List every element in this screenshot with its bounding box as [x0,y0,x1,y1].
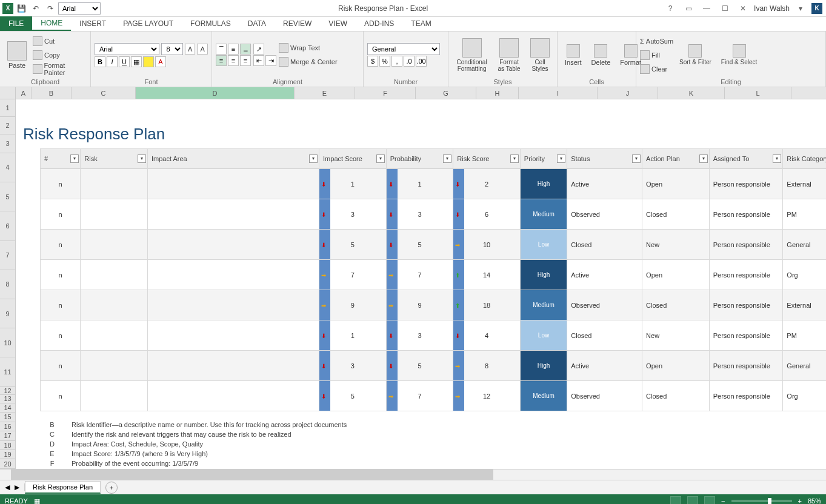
row-header[interactable]: 15 [0,413,16,422]
tab-formulas[interactable]: FORMULAS [182,16,239,31]
find-select-button[interactable]: Find & Select [718,33,761,77]
row-header[interactable]: 2 [0,117,16,134]
bold-button[interactable]: B [95,56,105,67]
tab-home[interactable]: HOME [32,16,71,31]
qat-font-combo[interactable]: Arial [58,2,101,15]
filter-icon[interactable]: ▾ [376,154,385,163]
cell-impact-area[interactable] [147,230,319,260]
cell-assigned[interactable]: Person responsible [709,290,783,320]
cell-risk-score[interactable]: ⬇2 [453,169,521,199]
cell-num[interactable]: n [41,169,81,199]
cell-assigned[interactable]: Person responsible [709,230,783,260]
format-as-table-button[interactable]: Format as Table [494,33,524,77]
cell-assigned[interactable]: Person responsible [709,169,783,199]
delete-cells-button[interactable]: Delete [588,33,615,77]
table-header[interactable]: Impact Area▾ [147,149,319,168]
cell-num[interactable]: n [41,199,81,230]
clear-button[interactable]: Clear [640,62,673,76]
ribbon-options-icon[interactable]: ▭ [681,2,696,15]
cell-category[interactable]: Org [783,381,826,411]
row-header[interactable]: 13 [0,395,16,403]
cell-risk[interactable] [81,230,148,260]
cell-impact-area[interactable] [147,199,319,230]
zoom-level[interactable]: 85% [808,497,821,504]
table-header[interactable]: Impact Score▾ [319,149,387,168]
zoom-out-icon[interactable]: − [721,497,725,504]
cell-assigned[interactable]: Person responsible [709,260,783,290]
cell-styles-button[interactable]: Cell Styles [527,33,553,77]
table-row[interactable]: n⬇1⬇3⬇4LowClosedNewPerson responsiblePM [41,320,827,351]
row-header[interactable]: 10 [0,328,16,357]
zoom-slider[interactable] [731,500,792,502]
redo-icon[interactable]: ↷ [44,2,57,15]
table-row[interactable]: n⬇3⬇5➡8HighActiveOpenPerson responsibleG… [41,351,827,381]
align-center-icon[interactable]: ≡ [228,55,239,66]
format-painter-button[interactable]: Format Painter [33,62,87,76]
underline-button[interactable]: U [119,56,130,67]
row-header[interactable]: 3 [0,134,16,153]
cell-status[interactable]: Active [567,260,642,290]
table-header[interactable]: Status▾ [567,149,642,168]
add-sheet-icon[interactable]: + [105,482,118,494]
number-format-combo[interactable]: General [367,43,440,55]
cell-probability[interactable]: ➡9 [386,290,453,320]
table-row[interactable]: n⬇3⬇3⬇6MediumObservedClosedPerson respon… [41,199,827,230]
cell-impact-score[interactable]: ➡9 [319,290,387,320]
row-header[interactable]: 5 [0,182,16,211]
cell-category[interactable]: General [783,351,826,381]
row-header[interactable]: 6 [0,211,16,240]
table-header[interactable]: Priority▾ [520,149,567,168]
cell-priority[interactable]: Medium [520,381,567,411]
filter-icon[interactable]: ▾ [557,154,565,163]
cell-risk[interactable] [81,260,148,290]
sort-filter-button[interactable]: Sort & Filter [676,33,715,77]
cell-num[interactable]: n [41,260,81,290]
cell-action[interactable]: Closed [642,199,710,230]
cell-impact-area[interactable] [147,351,319,381]
cut-button[interactable]: Cut [33,35,87,48]
font-name-combo[interactable]: Arial [95,43,159,55]
filter-icon[interactable]: ▾ [443,154,451,163]
cell-num[interactable]: n [41,351,81,381]
col-header-F[interactable]: F [355,87,416,99]
undo-icon[interactable]: ↶ [29,2,42,15]
cell-category[interactable]: Org [783,260,826,290]
row-header[interactable]: 18 [0,441,16,450]
save-icon[interactable]: 💾 [15,2,28,15]
sheet-nav-prev-icon[interactable]: ◀ [5,483,10,491]
cell-impact-area[interactable] [147,381,319,411]
horizontal-scrollbar[interactable] [11,469,815,480]
cell-probability[interactable]: ⬇3 [386,320,453,351]
align-bottom-icon[interactable]: ⎽ [240,44,251,55]
decrease-font-icon[interactable]: A [197,44,208,55]
tab-pagelayout[interactable]: PAGE LAYOUT [115,16,182,31]
cell-category[interactable]: External [783,290,826,320]
table-header[interactable]: Risk▾ [81,149,148,168]
col-header-K[interactable]: K [658,87,725,99]
cell-probability[interactable]: ⬇3 [386,199,453,230]
cell-risk[interactable] [81,351,148,381]
col-header-H[interactable]: H [476,87,519,99]
row-header[interactable]: 19 [0,450,16,459]
cell-priority[interactable]: Medium [520,290,567,320]
cell-risk-score[interactable]: ➡8 [453,351,521,381]
filter-icon[interactable]: ▾ [510,154,519,163]
sheet-nav-next-icon[interactable]: ▶ [15,483,19,491]
align-right-icon[interactable]: ≡ [240,55,251,66]
cell-impact-score[interactable]: ⬇5 [319,230,387,260]
cell-status[interactable]: Observed [567,199,642,230]
cell-risk[interactable] [81,290,148,320]
cell-num[interactable]: n [41,381,81,411]
cell-risk[interactable] [81,199,148,230]
close-icon[interactable]: ✕ [736,2,750,15]
inc-decimal-icon[interactable]: .0 [404,56,415,67]
cell-status[interactable]: Active [567,169,642,199]
pagebreak-view-icon[interactable] [704,496,715,504]
minimize-icon[interactable]: — [699,2,714,15]
cell-priority[interactable]: Low [520,230,567,260]
cell-action[interactable]: New [642,320,710,351]
row-header[interactable]: 16 [0,422,16,431]
cell-impact-score[interactable]: ⬇3 [319,351,387,381]
cell-action[interactable]: Open [642,169,710,199]
wrap-text-button[interactable]: Wrap Text [279,41,338,55]
